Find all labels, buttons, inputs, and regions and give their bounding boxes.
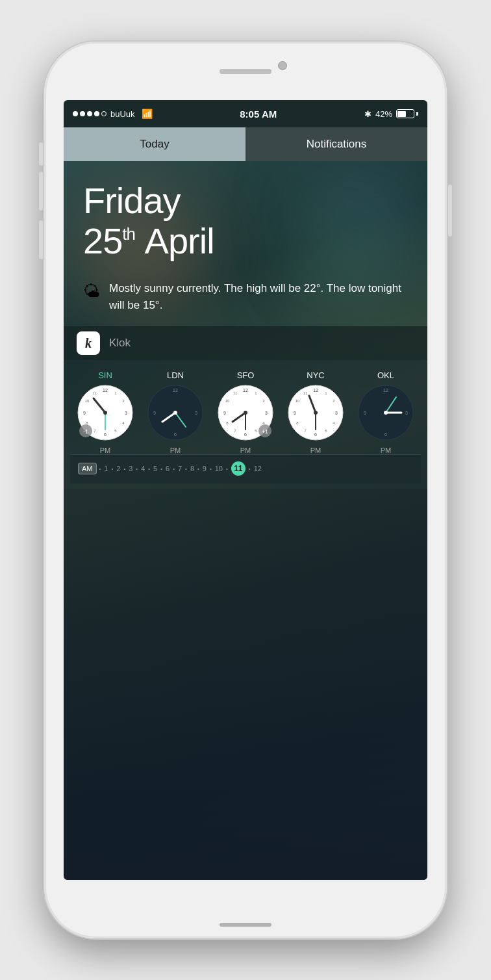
date-month-line: 25th April bbox=[83, 221, 408, 261]
clock-city-nyc: NYC bbox=[307, 370, 324, 380]
svg-point-15 bbox=[103, 411, 107, 415]
timeline-num-4: 4 bbox=[141, 465, 145, 472]
svg-text:10: 10 bbox=[85, 399, 90, 403]
clock-face-okl: 12 3 6 9 bbox=[357, 384, 414, 441]
svg-point-41 bbox=[244, 411, 247, 415]
svg-text:9: 9 bbox=[223, 411, 226, 415]
svg-text:10: 10 bbox=[296, 399, 300, 403]
timeline-num-2: 2 bbox=[116, 465, 120, 472]
clock-ampm-sfo: PM bbox=[240, 446, 251, 454]
svg-text:3: 3 bbox=[265, 411, 268, 415]
volume-down-button[interactable] bbox=[39, 220, 43, 259]
status-time: 8:05 AM bbox=[240, 109, 277, 120]
battery-body bbox=[396, 109, 414, 118]
svg-text:12: 12 bbox=[103, 388, 108, 393]
phone-shell: buUuk 📶 8:05 AM ✱ 42% Today Notification… bbox=[44, 42, 447, 938]
tab-bar: Today Notifications bbox=[64, 127, 427, 161]
timeline-dot-5: • bbox=[148, 466, 150, 472]
svg-text:-1: -1 bbox=[83, 428, 88, 435]
clock-face-sfo: 12 3 6 9 1 2 4 5 7 8 10 bbox=[217, 384, 274, 441]
timeline-dot-10: • bbox=[210, 466, 212, 472]
carrier-name: buUuk bbox=[110, 109, 135, 119]
timeline-dot-11: • bbox=[226, 466, 228, 472]
timeline-num-6: 6 bbox=[166, 465, 170, 472]
svg-text:9: 9 bbox=[294, 411, 296, 415]
svg-text:3: 3 bbox=[335, 411, 338, 415]
svg-text:3: 3 bbox=[195, 411, 197, 415]
date-day: Friday bbox=[83, 181, 408, 221]
clock-nyc: NYC 12 3 6 9 1 2 4 5 bbox=[287, 370, 344, 454]
timeline-dot-12: • bbox=[249, 466, 251, 472]
signal-dot-3 bbox=[87, 111, 92, 116]
svg-text:6: 6 bbox=[384, 432, 387, 437]
svg-text:12: 12 bbox=[383, 388, 388, 393]
clock-okl: OKL 12 3 6 9 bbox=[357, 370, 414, 454]
weather-text: Mostly sunny currently. The high will be… bbox=[109, 280, 408, 313]
timeline-num-3: 3 bbox=[129, 465, 132, 472]
status-right: ✱ 42% bbox=[364, 109, 418, 119]
clock-ampm-ldn: PM bbox=[170, 446, 181, 454]
sun-icon: 🌤 bbox=[83, 281, 100, 302]
clock-sin: SIN 12 3 6 9 1 2 4 bbox=[77, 370, 134, 454]
clock-ampm-okl: PM bbox=[381, 446, 392, 454]
main-content: Friday 25th April 🌤 Mostly sunny current… bbox=[64, 161, 427, 880]
timeline-section: AM • 1 • 2 • 3 • 4 • 5 • 6 • 7 bbox=[70, 454, 421, 484]
battery-fill bbox=[397, 111, 406, 117]
svg-text:11: 11 bbox=[303, 391, 308, 395]
svg-text:+1: +1 bbox=[262, 428, 268, 435]
clock-city-sfo: SFO bbox=[237, 370, 255, 380]
signal-dot-4 bbox=[94, 111, 99, 116]
svg-text:3: 3 bbox=[405, 411, 408, 415]
tab-today[interactable]: Today bbox=[64, 127, 245, 161]
svg-point-25 bbox=[173, 411, 177, 415]
timeline-num-5: 5 bbox=[153, 465, 157, 472]
timeline-num-7: 7 bbox=[178, 465, 182, 472]
camera bbox=[278, 61, 287, 70]
volume-up-button[interactable] bbox=[39, 172, 43, 211]
klok-app-icon: k bbox=[77, 331, 100, 355]
signal-dot-5 bbox=[101, 111, 107, 116]
phone-screen: buUuk 📶 8:05 AM ✱ 42% Today Notification… bbox=[64, 100, 427, 880]
timeline-dot-7: • bbox=[173, 466, 175, 472]
timeline-dot-4: • bbox=[136, 466, 138, 472]
timeline-num-11-active: 11 bbox=[231, 461, 245, 476]
home-indicator bbox=[220, 923, 271, 927]
clock-city-ldn: LDN bbox=[167, 370, 184, 380]
clocks-row: SIN 12 3 6 9 1 2 4 bbox=[70, 370, 421, 454]
signal-dots bbox=[73, 111, 107, 116]
svg-text:12: 12 bbox=[243, 388, 248, 393]
mute-button[interactable] bbox=[39, 142, 43, 166]
clock-sfo: SFO 12 3 6 9 1 2 4 5 bbox=[217, 370, 274, 454]
svg-text:9: 9 bbox=[153, 411, 156, 415]
timeline-dot-8: • bbox=[185, 466, 187, 472]
tab-notifications[interactable]: Notifications bbox=[245, 127, 427, 161]
date-ordinal: th bbox=[122, 225, 135, 244]
svg-text:9: 9 bbox=[364, 411, 366, 415]
timeline-dot-9: • bbox=[197, 466, 199, 472]
battery-tip bbox=[416, 112, 418, 116]
clock-face-sin: 12 3 6 9 1 2 4 5 7 8 10 bbox=[77, 384, 134, 441]
svg-text:11: 11 bbox=[233, 391, 238, 395]
power-button[interactable] bbox=[448, 185, 452, 237]
svg-text:10: 10 bbox=[225, 399, 230, 403]
timeline-num-8: 8 bbox=[190, 465, 194, 472]
timeline-num-10: 10 bbox=[215, 465, 223, 472]
svg-text:6: 6 bbox=[104, 432, 107, 437]
klok-header: k Klok bbox=[64, 326, 427, 360]
timeline-num-1: 1 bbox=[104, 465, 108, 472]
status-bar: buUuk 📶 8:05 AM ✱ 42% bbox=[64, 100, 427, 127]
timeline-dot-1: • bbox=[99, 466, 101, 472]
battery-percent: 42% bbox=[375, 109, 392, 119]
clock-city-sin: SIN bbox=[98, 370, 112, 380]
clock-ampm-nyc: PM bbox=[310, 446, 321, 454]
svg-text:9: 9 bbox=[83, 411, 86, 415]
svg-text:11: 11 bbox=[93, 391, 97, 395]
date-number: 25 bbox=[83, 221, 122, 261]
bluetooth-icon: ✱ bbox=[364, 109, 371, 119]
status-left: buUuk 📶 bbox=[73, 109, 153, 119]
timeline-dot-6: • bbox=[160, 466, 162, 472]
timeline-dot-2: • bbox=[111, 466, 113, 472]
signal-dot-2 bbox=[80, 111, 85, 116]
timeline-am-label: AM bbox=[78, 463, 97, 474]
weather-section: 🌤 Mostly sunny currently. The high will … bbox=[64, 274, 427, 326]
